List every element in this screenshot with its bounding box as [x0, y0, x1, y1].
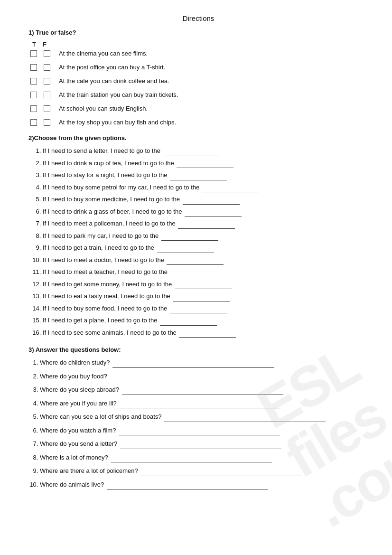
list-item: If I need to eat a tasty meal, I need to… — [43, 292, 368, 301]
item-text: If I need to get some money, I need to g… — [43, 281, 172, 288]
item-text: If I need to stay for a night, I need to… — [43, 171, 167, 179]
answer-blank[interactable] — [183, 195, 240, 205]
item-text: If I need to meet a policeman, I need to… — [43, 220, 176, 227]
list-item: If I need to get a train, I need to go t… — [43, 243, 368, 253]
false-checkbox[interactable] — [44, 105, 50, 112]
question-text: Where do animals live? — [40, 481, 104, 488]
f-label: F — [43, 41, 47, 48]
true-checkbox[interactable] — [30, 78, 37, 85]
false-checkbox[interactable] — [44, 119, 50, 126]
answer-blank[interactable] — [178, 219, 235, 229]
true-checkbox[interactable] — [30, 119, 37, 126]
false-checkbox[interactable] — [44, 78, 50, 85]
answer-blank[interactable] — [112, 358, 274, 368]
list-item: Where do children study? — [40, 358, 368, 368]
list-item: If I need to meet a policeman, I need to… — [43, 219, 368, 229]
question-text: Where is a lot of money? — [40, 454, 108, 461]
item-text: If I need to park my car, I need to go t… — [43, 232, 159, 239]
t-label: T — [32, 41, 36, 48]
tf-checkboxes — [30, 92, 50, 98]
false-checkbox[interactable] — [44, 64, 50, 71]
tf-row: At school you can study English. — [30, 105, 368, 112]
list-item: If I need to buy some petrol for my car,… — [43, 183, 368, 193]
answer-blank[interactable] — [120, 439, 281, 449]
answer-blank[interactable] — [161, 231, 218, 241]
answer-blank[interactable] — [122, 385, 283, 395]
answer-blank[interactable] — [164, 412, 326, 422]
answer-blank[interactable] — [110, 372, 271, 382]
tf-checkboxes — [30, 105, 50, 112]
false-checkbox[interactable] — [44, 50, 50, 57]
true-checkbox[interactable] — [30, 50, 37, 57]
answer-blank[interactable] — [157, 243, 214, 253]
answer-blank[interactable] — [170, 304, 227, 314]
answer-blank[interactable] — [107, 480, 268, 490]
answer-blank[interactable] — [177, 159, 233, 169]
item-text: If I need to meet a doctor, I need to go… — [43, 256, 164, 263]
tf-checkboxes — [30, 78, 50, 85]
item-text: If I need to drink a glass of beer, I ne… — [43, 208, 182, 215]
section2-heading: 2)Choose from the given options. — [28, 134, 368, 141]
list-item: If I need to meet a doctor, I need to go… — [43, 255, 368, 265]
item-text: If I need to buy some food, I need to go… — [43, 305, 167, 312]
tf-row: At the train station you can buy train t… — [30, 91, 368, 98]
tf-item-text: At the toy shop you can buy fish and chi… — [59, 119, 176, 126]
list-item: If I need to park my car, I need to go t… — [43, 231, 368, 241]
answer-blank[interactable] — [175, 280, 232, 290]
tf-item-text: At the post office you can buy a T-shirt… — [59, 64, 165, 71]
tf-checkboxes — [30, 50, 50, 57]
answer-blank[interactable] — [140, 466, 302, 476]
question-text: Where do you buy food? — [40, 373, 107, 380]
list-item: Where are there a lot of policemen? — [40, 466, 368, 476]
list-item: If I need to stay for a night, I need to… — [43, 170, 368, 180]
list-item: If I need to meet a teacher, I need to g… — [43, 267, 368, 277]
answer-blank[interactable] — [167, 255, 224, 265]
answer-blank[interactable] — [173, 292, 230, 301]
question-text: Where do you watch a film? — [40, 427, 116, 434]
section3-list: Where do children study? Where do you bu… — [40, 358, 368, 489]
list-item: If I need to buy some food, I need to go… — [43, 304, 368, 314]
answer-blank[interactable] — [179, 328, 236, 338]
item-text: If I need to send a letter, I need to go… — [43, 147, 160, 154]
item-text: If I need to get a train, I need to go t… — [43, 244, 154, 251]
answer-blank[interactable] — [160, 316, 217, 326]
tf-row: At the cafe you can drink coffee and tea… — [30, 77, 368, 85]
answer-blank[interactable] — [170, 170, 227, 180]
item-text: If I need to get a plane, I need to go t… — [43, 317, 157, 324]
answer-blank[interactable] — [119, 399, 280, 409]
answer-blank[interactable] — [119, 426, 280, 436]
list-item: Where are you if you are ill? — [40, 399, 368, 409]
section2-list: If I need to send a letter, I need to go… — [43, 146, 368, 338]
list-item: If I need to get a plane, I need to go t… — [43, 316, 368, 326]
tf-item-text: At the cinema you can see films. — [59, 50, 148, 57]
answer-blank[interactable] — [111, 453, 272, 463]
tf-checkboxes — [30, 64, 50, 71]
answer-blank[interactable] — [163, 146, 220, 156]
list-item: Where do animals live? — [40, 480, 368, 490]
true-checkbox[interactable] — [30, 92, 37, 98]
list-item: If I need to drink a cup of tea, I need … — [43, 159, 368, 169]
answer-blank[interactable] — [170, 267, 227, 277]
false-checkbox[interactable] — [44, 92, 50, 98]
tf-item-text: At the train station you can buy train t… — [59, 91, 178, 98]
answer-blank[interactable] — [202, 183, 259, 193]
question-text: Where are there a lot of policemen? — [40, 467, 138, 474]
list-item: Where do you sleep abroad? — [40, 385, 368, 395]
item-text: If I need to see some animals, I need to… — [43, 329, 177, 336]
tf-header: T F — [32, 41, 368, 48]
tf-item-text: At school you can study English. — [59, 105, 148, 112]
list-item: Where is a lot of money? — [40, 453, 368, 463]
tf-row: At the toy shop you can buy fish and chi… — [30, 119, 368, 126]
tf-row: At the post office you can buy a T-shirt… — [30, 64, 368, 71]
list-item: Where do you watch a film? — [40, 426, 368, 436]
true-checkbox[interactable] — [30, 105, 37, 112]
true-checkbox[interactable] — [30, 64, 37, 71]
list-item: If I need to drink a glass of beer, I ne… — [43, 207, 368, 217]
list-item: If I need to send a letter, I need to go… — [43, 146, 368, 156]
question-text: Where can you see a lot of ships and boa… — [40, 413, 162, 420]
question-text: Where do you sleep abroad? — [40, 386, 119, 393]
list-item: Where do you send a letter? — [40, 439, 368, 449]
tf-row: At the cinema you can see films. — [30, 50, 368, 57]
answer-blank[interactable] — [185, 207, 242, 217]
tf-item-text: At the cafe you can drink coffee and tea… — [59, 77, 169, 85]
